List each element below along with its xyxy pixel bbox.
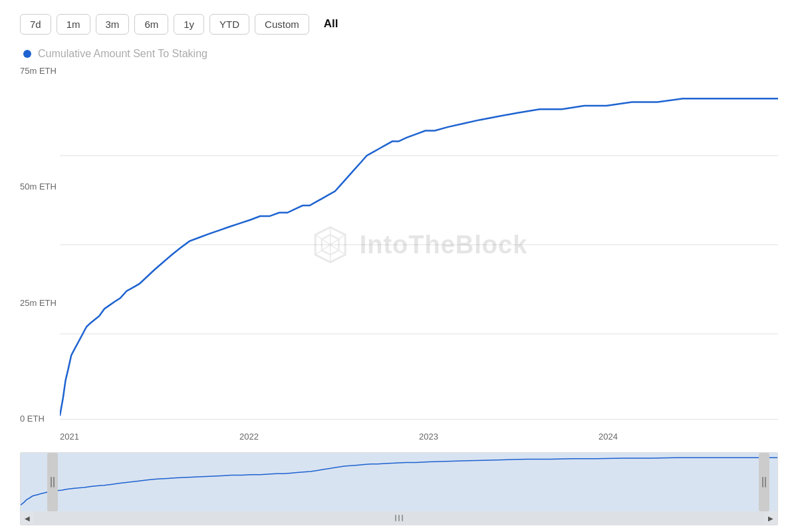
main-chart: 0 ETH 25m ETH 50m ETH 75m ETH IntoTheBl — [20, 66, 778, 450]
chart-line — [60, 98, 778, 416]
drag-line — [402, 515, 403, 521]
x-label-2024: 2024 — [598, 432, 618, 442]
time-range-bar: 7d1m3m6m1yYTDCustomAll — [20, 13, 778, 35]
x-label-2023: 2023 — [419, 432, 438, 442]
drag-line — [395, 515, 396, 521]
nav-scroll-right[interactable]: ▶ — [764, 511, 777, 525]
chart-svg-wrapper: IntoTheBlock — [60, 66, 778, 423]
x-label-2021: 2021 — [60, 432, 79, 442]
drag-line — [398, 515, 400, 521]
time-btn-custom[interactable]: Custom — [255, 14, 309, 35]
main-container: 7d1m3m6m1yYTDCustomAll Cumulative Amount… — [0, 0, 798, 532]
handle-line — [51, 477, 52, 487]
time-btn-all[interactable]: All — [315, 13, 348, 35]
time-btn-ytd[interactable]: YTD — [209, 14, 249, 35]
time-btn-3m[interactable]: 3m — [96, 14, 130, 35]
x-label-2022: 2022 — [239, 432, 259, 442]
time-btn-1y[interactable]: 1y — [174, 14, 204, 35]
time-btn-6m[interactable]: 6m — [134, 14, 168, 35]
navigator-left-handle[interactable] — [47, 453, 58, 511]
x-axis: 2021 2022 2023 2024 — [60, 423, 778, 450]
handle-line — [765, 477, 766, 487]
handle-line — [762, 477, 763, 487]
navigator-right-handle[interactable] — [759, 453, 769, 511]
legend: Cumulative Amount Sent To Staking — [20, 48, 778, 60]
navigator: ◀ 2022 2024 ▶ — [20, 452, 778, 525]
time-btn-1m[interactable]: 1m — [57, 14, 90, 35]
chart-area: 0 ETH 25m ETH 50m ETH 75m ETH IntoTheBl — [20, 66, 778, 525]
legend-dot — [23, 50, 31, 58]
chart-svg — [60, 66, 778, 423]
time-btn-7d[interactable]: 7d — [20, 14, 51, 35]
nav-scroll-drag[interactable] — [34, 511, 764, 525]
handle-line — [53, 477, 55, 487]
nav-x-axis: ◀ 2022 2024 ▶ — [21, 511, 777, 525]
nav-scroll-left[interactable]: ◀ — [21, 511, 34, 525]
navigator-svg — [21, 453, 777, 506]
navigator-line — [21, 458, 777, 505]
legend-label: Cumulative Amount Sent To Staking — [38, 48, 207, 60]
